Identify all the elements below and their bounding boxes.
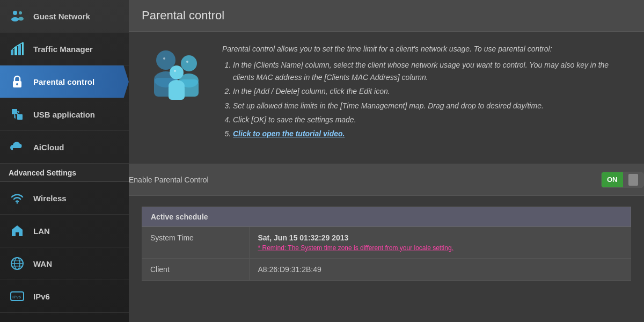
sidebar-item-traffic-manager[interactable]: Traffic Manager bbox=[0, 33, 129, 65]
toggle-on-label: ON bbox=[602, 172, 623, 187]
page-header: Parental control bbox=[129, 0, 644, 32]
sidebar-label-aicloud: AiCloud bbox=[33, 143, 64, 152]
enable-label: Enable Parental Control bbox=[129, 175, 601, 184]
svg-point-3 bbox=[18, 17, 24, 21]
system-time-main: Sat, Jun 15 01:32:29 2013 bbox=[258, 233, 623, 242]
svg-rect-4 bbox=[11, 50, 13, 55]
cloud-icon bbox=[9, 138, 26, 156]
step-1: In the [Clients Name] column, select the… bbox=[233, 59, 631, 83]
svg-point-30 bbox=[186, 61, 188, 63]
svg-point-2 bbox=[11, 17, 19, 21]
home-icon bbox=[9, 222, 26, 239]
intro-text: Parental control allows you to set the t… bbox=[222, 43, 631, 55]
svg-rect-7 bbox=[22, 42, 24, 55]
svg-point-1 bbox=[19, 11, 22, 14]
system-time-warning[interactable]: * Remind: The System time zone is differ… bbox=[258, 244, 623, 252]
svg-point-0 bbox=[13, 11, 17, 15]
svg-text:IPv6: IPv6 bbox=[12, 295, 21, 299]
sidebar-label-wireless: Wireless bbox=[33, 194, 67, 203]
toggle-on-container: ON bbox=[601, 172, 644, 188]
table-row: Client A8:26:D9:31:2B:49 bbox=[142, 258, 631, 280]
svg-point-23 bbox=[181, 55, 197, 71]
lock-icon bbox=[9, 73, 26, 90]
info-description: Parental control allows you to set the t… bbox=[222, 43, 631, 142]
sidebar-label-lan: LAN bbox=[33, 226, 50, 236]
svg-point-26 bbox=[170, 65, 184, 79]
sidebar-label-guest-network: Guest Network bbox=[33, 12, 90, 21]
step-4: Click [OK] to save the settings made. bbox=[233, 114, 631, 126]
svg-point-29 bbox=[163, 57, 165, 60]
schedule-section: Active schedule System Time Sat, Jun 15 … bbox=[129, 207, 644, 291]
sidebar-label-traffic-manager: Traffic Manager bbox=[33, 45, 93, 54]
svg-point-31 bbox=[174, 70, 176, 72]
sidebar-item-wireless[interactable]: Wireless bbox=[0, 182, 129, 215]
system-time-value: Sat, Jun 15 01:32:29 2013 * Remind: The … bbox=[249, 227, 631, 259]
sidebar-item-parental-control[interactable]: Parental control bbox=[0, 65, 129, 98]
sidebar-item-aicloud[interactable]: AiCloud bbox=[0, 131, 129, 164]
schedule-header: Active schedule bbox=[142, 207, 631, 227]
page-title: Parental control bbox=[142, 9, 631, 23]
step-3: Set up allowed time limits in the [Time … bbox=[233, 100, 631, 112]
table-row: System Time Sat, Jun 15 01:32:29 2013 * … bbox=[142, 227, 631, 259]
sidebar-item-usb-application[interactable]: USB application bbox=[0, 98, 129, 131]
sidebar-item-guest-network[interactable]: Guest Network bbox=[0, 0, 129, 33]
sidebar-label-usb-application: USB application bbox=[33, 110, 95, 119]
sidebar-label-wan: WAN bbox=[33, 259, 52, 268]
parental-control-toggle[interactable]: ON bbox=[601, 172, 644, 188]
svg-rect-6 bbox=[18, 45, 21, 55]
sidebar-item-wan[interactable]: WAN bbox=[0, 247, 129, 280]
sidebar-label-ipv6: IPv6 bbox=[33, 292, 50, 301]
sidebar-item-ipv6[interactable]: IPv6 IPv6 bbox=[0, 280, 129, 313]
main-content: Parental control bbox=[129, 0, 644, 322]
people-icon bbox=[9, 8, 26, 25]
sidebar-item-lan[interactable]: LAN bbox=[0, 215, 129, 247]
puzzle-icon bbox=[9, 106, 26, 123]
advanced-settings-divider: Advanced Settings bbox=[0, 164, 129, 182]
wifi-icon bbox=[9, 189, 26, 207]
schedule-table: System Time Sat, Jun 15 01:32:29 2013 * … bbox=[142, 227, 631, 281]
globe-icon bbox=[9, 255, 26, 272]
step-2: In the [Add / Delete] column, click the … bbox=[233, 85, 631, 97]
tutorial-link[interactable]: Click to open the tutorial video. bbox=[233, 129, 345, 138]
svg-rect-10 bbox=[12, 109, 17, 114]
system-time-label: System Time bbox=[142, 227, 249, 259]
ipv6-icon: IPv6 bbox=[9, 288, 26, 305]
sidebar-label-parental-control: Parental control bbox=[33, 77, 94, 86]
svg-point-12 bbox=[17, 202, 18, 204]
svg-rect-11 bbox=[17, 114, 23, 120]
parental-image bbox=[142, 43, 211, 113]
content-area: Parental control allows you to set the t… bbox=[129, 32, 644, 164]
client-value: A8:26:D9:31:2B:49 bbox=[249, 258, 631, 280]
sidebar: Guest Network Traffic Manager Parental c… bbox=[0, 0, 129, 322]
enable-parental-control-row: Enable Parental Control ON bbox=[129, 164, 644, 196]
info-box: Parental control allows you to set the t… bbox=[142, 43, 631, 142]
step-5: Click to open the tutorial video. bbox=[233, 128, 631, 140]
client-label: Client bbox=[142, 258, 249, 280]
svg-point-9 bbox=[16, 83, 18, 85]
steps-list: In the [Clients Name] column, select the… bbox=[233, 59, 631, 140]
svg-rect-5 bbox=[14, 47, 17, 55]
svg-rect-28 bbox=[169, 85, 185, 100]
chart-icon bbox=[9, 40, 26, 57]
toggle-slider bbox=[623, 172, 644, 187]
